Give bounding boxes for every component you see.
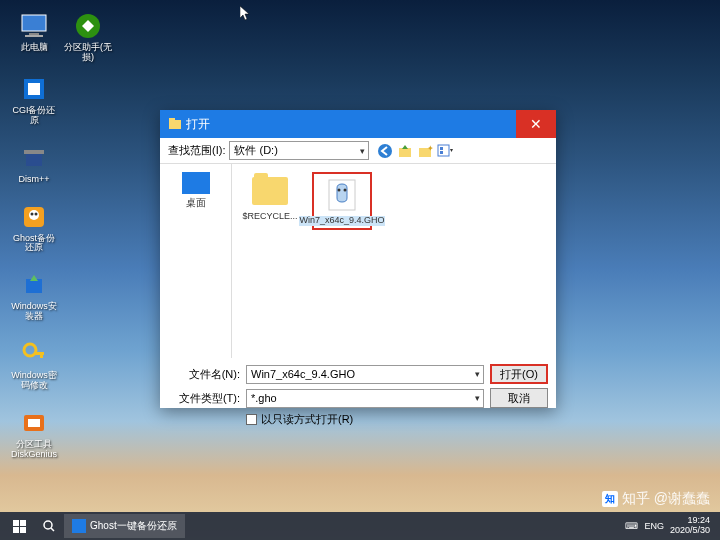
svg-rect-19	[169, 118, 175, 121]
desktop-icon-this-pc[interactable]: 此电脑	[10, 10, 58, 53]
system-tray: ⌨ ENG 19:24 2020/5/30	[625, 516, 716, 536]
svg-text:✦: ✦	[427, 144, 433, 153]
readonly-label: 以只读方式打开(R)	[261, 412, 353, 427]
svg-rect-21	[399, 148, 411, 157]
desktop-icon-diskgenius[interactable]: 分区工具DiskGenius	[10, 407, 58, 460]
readonly-checkbox[interactable]	[246, 414, 257, 425]
sidebar: 桌面	[160, 164, 232, 358]
svg-point-30	[44, 521, 52, 529]
newfolder-icon[interactable]: ✦	[417, 143, 433, 159]
svg-point-10	[31, 212, 34, 215]
open-button[interactable]: 打开(O)	[490, 364, 548, 384]
dialog-title: 打开	[186, 116, 516, 133]
titlebar[interactable]: 打开 ✕	[160, 110, 556, 138]
diskgenius-icon	[18, 407, 50, 439]
svg-rect-6	[26, 154, 42, 166]
svg-point-20	[378, 144, 392, 158]
desktop-folder-icon	[182, 172, 210, 194]
desktop-icon-ghost[interactable]: Ghost备份还原	[10, 201, 58, 254]
svg-rect-18	[169, 120, 181, 129]
up-icon[interactable]	[397, 143, 413, 159]
file-gho-selected[interactable]: Win7_x64c_9.4.GHO	[312, 172, 372, 230]
svg-rect-2	[25, 35, 43, 37]
cgi-icon	[18, 73, 50, 105]
cancel-button[interactable]: 取消	[490, 388, 548, 408]
svg-point-28	[338, 189, 341, 192]
desktop-icon-dism[interactable]: Dism++	[10, 142, 58, 185]
svg-rect-26	[440, 151, 443, 154]
taskbar-app-ghost[interactable]: Ghost一键备份还原	[64, 514, 185, 538]
svg-rect-15	[40, 352, 43, 358]
svg-rect-0	[22, 15, 46, 31]
toolbar: 查找范围(I): 软件 (D:) ✦	[160, 138, 556, 164]
zhihu-icon: 知	[602, 491, 618, 507]
svg-rect-1	[29, 33, 39, 35]
desktop-icon-cgi[interactable]: CGI备份还原	[10, 73, 58, 126]
back-icon[interactable]	[377, 143, 393, 159]
location-label: 查找范围(I):	[168, 143, 225, 158]
gho-file-icon	[323, 176, 361, 214]
mouse-cursor	[240, 6, 252, 22]
file-area[interactable]: $RECYCLE... Win7_x64c_9.4.GHO	[232, 164, 556, 358]
folder-icon	[252, 177, 288, 205]
watermark: 知 知乎 @谢蠢蠢	[602, 490, 710, 508]
tray-keyboard-icon[interactable]: ⌨	[625, 521, 638, 531]
windows-icon	[13, 520, 26, 533]
dism-icon	[18, 142, 50, 174]
svg-point-11	[35, 212, 38, 215]
taskbar-search[interactable]	[34, 514, 64, 538]
desktop-icon-winpwd[interactable]: Windows密码修改	[10, 338, 58, 391]
svg-rect-17	[28, 419, 40, 427]
ghost-icon	[18, 201, 50, 233]
start-button[interactable]	[4, 512, 34, 540]
main-area: 桌面 $RECYCLE... Win7_x64c_9.4.GHO	[160, 164, 556, 358]
svg-rect-7	[24, 150, 44, 154]
filetype-dropdown[interactable]: *.gho	[246, 389, 484, 408]
dialog-icon	[168, 117, 182, 131]
filename-input[interactable]: Win7_x64c_9.4.GHO	[246, 365, 484, 384]
filename-label: 文件名(N):	[168, 367, 240, 382]
sidebar-desktop[interactable]: 桌面	[182, 172, 210, 210]
svg-rect-24	[438, 145, 449, 156]
svg-point-9	[29, 210, 39, 220]
tray-lang[interactable]: ENG	[644, 521, 664, 531]
svg-rect-5	[28, 83, 40, 95]
partition-icon	[72, 10, 104, 42]
file-recycle[interactable]: $RECYCLE...	[240, 172, 300, 222]
desktop-icon-partition[interactable]: 分区助手(无损)	[64, 10, 112, 63]
taskbar: Ghost一键备份还原 ⌨ ENG 19:24 2020/5/30	[0, 512, 720, 540]
viewmode-icon[interactable]	[437, 143, 453, 159]
svg-rect-25	[440, 147, 443, 150]
install-icon	[18, 269, 50, 301]
desktop-icons: 此电脑 分区助手(无损) CGI备份还原 Dism++ Ghost备份还原 Wi…	[10, 10, 58, 460]
filetype-label: 文件类型(T):	[168, 391, 240, 406]
close-button[interactable]: ✕	[516, 110, 556, 138]
desktop-icon-wininstall[interactable]: Windows安装器	[10, 269, 58, 322]
pc-icon	[18, 10, 50, 42]
svg-line-31	[51, 528, 54, 531]
key-icon	[18, 338, 50, 370]
location-dropdown[interactable]: 软件 (D:)	[229, 141, 369, 160]
svg-point-29	[344, 189, 347, 192]
svg-rect-12	[26, 279, 42, 293]
svg-rect-32	[72, 519, 86, 533]
open-dialog: 打开 ✕ 查找范围(I): 软件 (D:) ✦ 桌面 $RECYCLE...	[160, 110, 556, 408]
tray-clock[interactable]: 19:24 2020/5/30	[670, 516, 710, 536]
ghost-app-icon	[72, 519, 86, 533]
bottom-pane: 文件名(N): Win7_x64c_9.4.GHO 打开(O) 文件类型(T):…	[160, 358, 556, 433]
